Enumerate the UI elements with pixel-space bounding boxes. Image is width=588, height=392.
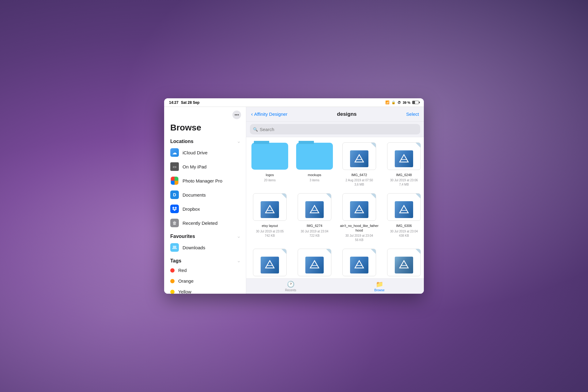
img6274-meta: 30 Jul 2019 at 23:04722 KB	[301, 229, 329, 238]
sidebar-top-bar: •••	[164, 111, 246, 122]
mockups-name: mockups	[308, 173, 321, 177]
sidebar-item-icloud[interactable]: ☁ iCloud Drive	[164, 145, 246, 160]
sidebar-item-ipad[interactable]: ▭ On My iPad	[164, 160, 246, 174]
svg-marker-4	[173, 209, 176, 211]
file-item-pres1[interactable]: presentation Copy Copy Copy 30 Jul 2019 …	[295, 247, 334, 278]
file-item-img6274[interactable]: IMG_6274 30 Jul 2019 at 23:04722 KB	[295, 192, 334, 242]
etsy-thumb	[250, 192, 290, 222]
file-item-pres2[interactable]: presentation Copy Copy 30 Jul 2019 at 23…	[339, 247, 379, 278]
lock-icon: 🔒	[391, 100, 396, 104]
photo-manager-icon	[170, 176, 179, 185]
tags-section-header[interactable]: Tags ⌵	[164, 257, 246, 265]
file-item-img6306[interactable]: IMG_6306 30 Jul 2019 at 23:04438 KB	[384, 192, 424, 242]
locations-section-header[interactable]: Locations ⌵	[164, 138, 246, 145]
file-item-img6307[interactable]: IMG_6307 30 Jul 2019 at 23:041,6 MB	[250, 247, 290, 278]
ipad-icon: ▭	[170, 162, 179, 171]
svg-marker-14	[310, 205, 319, 213]
status-bar-right: 📶 🔒 ⏱ 39 %	[385, 100, 419, 104]
svg-marker-10	[400, 155, 408, 162]
svg-marker-3	[175, 208, 177, 210]
trash-icon: 🗑	[170, 219, 179, 227]
svg-marker-26	[400, 261, 408, 268]
logos-meta: 20 items	[264, 178, 276, 183]
etsy-name: etsy layout	[262, 224, 278, 228]
status-bar: 14:27 Sat 28 Sep 📶 🔒 ⏱ 39 %	[164, 98, 424, 107]
locations-label: Locations	[170, 139, 194, 144]
yellow-dot	[170, 290, 175, 294]
sidebar-item-yellow[interactable]: Yellow	[164, 286, 246, 294]
red-dot	[170, 268, 175, 273]
ipad-window: 14:27 Sat 28 Sep 📶 🔒 ⏱ 39 % ••• Browse L…	[164, 98, 424, 294]
favourites-section-header[interactable]: Favourites ⌵	[164, 232, 246, 240]
nav-bar: ‹ Affinity Designer designs Select	[246, 107, 424, 122]
nav-title: designs	[337, 111, 356, 117]
mockups-thumb	[295, 141, 334, 172]
sidebar-item-downloads[interactable]: Downloads	[164, 240, 246, 254]
logos-thumb	[250, 141, 290, 172]
img6248-meta: 30 Jul 2019 at 23:067,4 MB	[390, 178, 418, 187]
aint-name: ain't_no_hood_like_fatherhood	[339, 224, 379, 232]
browse-title: Browse	[164, 122, 246, 138]
tags-label: Tags	[170, 258, 181, 264]
clock-icon: ⏱	[398, 101, 401, 104]
browse-label: Browse	[374, 288, 384, 292]
file-item-aint[interactable]: ain't_no_hood_like_fatherhood 30 Jul 201…	[339, 192, 379, 242]
icloud-icon: ☁	[170, 148, 179, 157]
downloads-label: Downloads	[183, 245, 205, 250]
svg-marker-8	[355, 155, 364, 162]
search-bar[interactable]: 🔍	[250, 124, 420, 134]
tab-recents[interactable]: 🕐 Recents	[246, 281, 335, 292]
file-item-mockups[interactable]: mockups 3 items	[295, 141, 334, 187]
svg-marker-0	[172, 207, 175, 208]
downloads-icon	[170, 243, 179, 252]
favourites-label: Favourites	[170, 234, 195, 239]
photo-manager-label: Photo Manager Pro	[183, 178, 222, 183]
main-area: ••• Browse Locations ⌵ ☁ iCloud Drive ▭ …	[164, 107, 424, 294]
sidebar-item-orange[interactable]: Orange	[164, 276, 246, 286]
browse-icon: 📁	[376, 281, 383, 288]
file-item-img6472[interactable]: IMG_6472 2 Aug 2019 at 07:503,6 MB	[339, 141, 379, 187]
recents-label: Recents	[285, 288, 296, 292]
select-button[interactable]: Select	[406, 111, 419, 117]
favourites-chevron: ⌵	[238, 234, 240, 239]
search-input[interactable]	[260, 127, 417, 132]
red-label: Red	[178, 268, 187, 273]
file-grid-wrap: logos 20 items mockups 3 items	[246, 137, 424, 278]
aint-meta: 30 Jul 2019 at 23:0456 KB	[345, 234, 373, 242]
sidebar-item-photo-manager[interactable]: Photo Manager Pro	[164, 174, 246, 188]
sidebar-item-recently-deleted[interactable]: 🗑 Recently Deleted	[164, 216, 246, 230]
img6472-thumb	[339, 141, 379, 172]
tab-browse[interactable]: 📁 Browse	[335, 281, 424, 292]
battery-level: 39 %	[403, 101, 410, 104]
ellipsis-button[interactable]: •••	[232, 111, 241, 119]
status-bar-left: 14:27 Sat 28 Sep	[169, 100, 199, 105]
img6306-meta: 30 Jul 2019 at 23:04438 KB	[390, 229, 418, 238]
img6274-thumb	[295, 192, 334, 222]
file-item-olive[interactable]: Olive Branch (4 files) 30 Jul 2019 at 23…	[384, 247, 424, 278]
olive-thumb	[384, 247, 424, 278]
file-item-logos[interactable]: logos 20 items	[250, 141, 290, 187]
svg-marker-2	[172, 208, 175, 210]
status-date: Sat 28 Sep	[181, 100, 200, 105]
img6306-name: IMG_6306	[396, 224, 412, 228]
documents-icon: D	[170, 190, 179, 199]
file-item-etsy[interactable]: etsy layout 30 Jul 2019 at 23:05742 KB	[250, 192, 290, 242]
sidebar: ••• Browse Locations ⌵ ☁ iCloud Drive ▭ …	[164, 107, 246, 294]
file-item-img6248[interactable]: IMG_6248 30 Jul 2019 at 23:067,4 MB	[384, 141, 424, 187]
img6472-meta: 2 Aug 2019 at 07:503,6 MB	[345, 178, 373, 187]
back-button[interactable]: ‹ Affinity Designer	[251, 111, 288, 117]
dropbox-label: Dropbox	[183, 206, 200, 212]
search-icon: 🔍	[253, 127, 258, 132]
mockups-meta: 3 items	[310, 178, 319, 183]
sidebar-item-documents[interactable]: D Documents	[164, 188, 246, 202]
sidebar-item-red[interactable]: Red	[164, 265, 246, 276]
sidebar-item-dropbox[interactable]: Dropbox	[164, 202, 246, 216]
search-bar-wrap: 🔍	[246, 122, 424, 137]
status-time: 14:27	[169, 100, 179, 105]
img6274-name: IMG_6274	[307, 224, 322, 228]
svg-marker-12	[266, 205, 274, 213]
svg-rect-7	[172, 248, 177, 249]
img6472-name: IMG_6472	[351, 173, 367, 177]
img6248-name: IMG_6248	[396, 173, 412, 177]
svg-marker-1	[175, 207, 177, 208]
